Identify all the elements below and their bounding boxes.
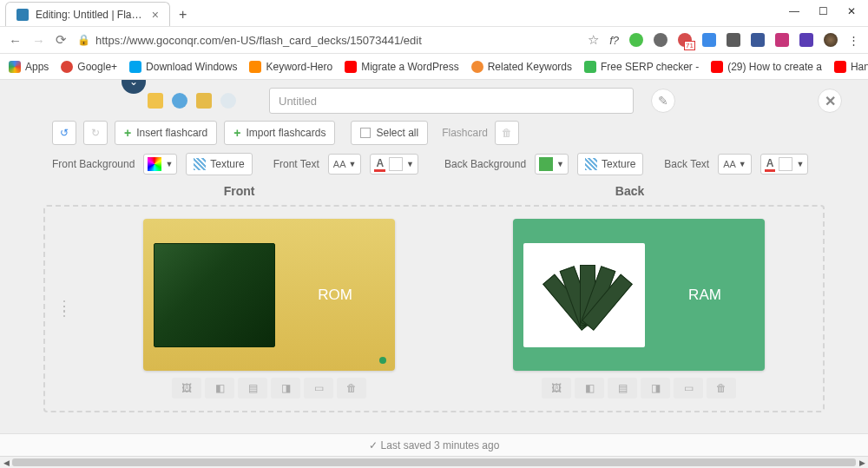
tab-favicon [16,9,29,21]
ext-icon[interactable] [775,33,789,47]
url-text: https://www.goconqr.com/en-US/flash_card… [95,34,422,47]
front-text-label: Front Text [273,158,319,170]
browser-menu-icon[interactable]: ⋮ [848,34,859,47]
tool-icon[interactable] [172,93,187,109]
flashcard-label: Flashcard [442,127,488,139]
url-field[interactable]: 🔒 https://www.goconqr.com/en-US/flash_ca… [77,34,577,47]
bookmarks-bar: Apps Google+ Download Windows Keyword-He… [0,54,868,80]
image-tool-icon[interactable]: 🖼 [172,378,201,399]
horizontal-scrollbar[interactable]: ◀ ▶ [0,456,868,468]
extension-icons: f? 71 ⋮ [609,33,859,47]
tool-icon[interactable] [196,93,212,109]
layout-full-icon[interactable]: ▭ [674,378,703,399]
redo-button[interactable]: ↻ [83,121,108,145]
nav-forward-icon[interactable]: → [32,33,45,48]
delete-flashcard-button[interactable]: 🗑 [495,121,519,145]
bookmark-apps[interactable]: Apps [9,61,49,73]
ext-icon[interactable] [702,33,716,47]
nav-reload-icon[interactable]: ⟳ [56,32,67,48]
deck-titlebar: Untitled ✎ ✕ [0,83,868,118]
tool-icon[interactable] [148,93,163,109]
undo-button[interactable]: ↺ [52,121,76,145]
bookmark-item[interactable]: Related Keywords [471,61,572,73]
layout-center-icon[interactable]: ▤ [608,378,637,399]
front-font-button[interactable]: AA▼ [328,154,362,175]
front-text-color[interactable]: A▼ [370,154,418,175]
delete-icon[interactable]: 🗑 [337,378,366,399]
front-card-image [154,243,275,347]
ext-icon[interactable] [799,33,813,47]
close-editor-button[interactable]: ✕ [818,89,842,113]
deck-title-input[interactable]: Untitled [269,88,634,114]
window-maximize[interactable]: ☐ [819,5,828,17]
back-bg-label: Back Background [444,158,526,170]
bookmark-item[interactable]: (29) How to create a [711,61,822,73]
flashcard-row[interactable]: ⋮⋮ ROM 🖼 ◧ ▤ ◨ ▭ 🗑 [43,205,825,412]
status-dot-icon [379,357,386,364]
new-tab-button[interactable]: + [179,7,187,26]
layout-center-icon[interactable]: ▤ [238,378,267,399]
profile-avatar[interactable] [824,33,838,47]
ext-icon[interactable] [727,33,740,47]
lock-icon: 🔒 [77,34,90,46]
status-bar: ✓ Last saved 3 minutes ago [0,433,868,456]
scrollbar-thumb[interactable] [12,458,856,466]
plus-icon: + [124,126,131,140]
select-all-button[interactable]: Select all [351,121,428,145]
front-bg-label: Front Background [52,158,135,170]
browser-address-bar: ← → ⟳ 🔒 https://www.goconqr.com/en-US/fl… [0,26,868,54]
ext-icon[interactable] [751,33,765,47]
ext-icon[interactable]: f? [609,34,619,47]
layout-left-icon[interactable]: ◧ [575,378,604,399]
search-icon[interactable] [220,93,236,109]
front-card-tools: 🖼 ◧ ▤ ◨ ▭ 🗑 [172,378,366,399]
layout-right-icon[interactable]: ◨ [271,378,300,399]
ext-icon[interactable] [654,33,667,47]
back-font-button[interactable]: AA▼ [718,154,752,175]
front-card-text: ROM [275,287,395,304]
scroll-left-icon[interactable]: ◀ [0,457,12,468]
ext-icon[interactable]: 71 [678,33,692,47]
window-minimize[interactable]: — [789,5,799,17]
browser-tabstrip: Editing: Untitled | Flashcards × + [0,0,868,26]
toolbar-style: Front Background ▼ Texture Front Text AA… [0,149,868,179]
checkbox-icon [360,128,371,138]
browser-tab[interactable]: Editing: Untitled | Flashcards × [5,2,170,26]
scroll-right-icon[interactable]: ▶ [856,457,868,468]
nav-back-icon[interactable]: ← [9,33,22,48]
back-card-tools: 🖼 ◧ ▤ ◨ ▭ 🗑 [542,378,736,399]
app-content: ⌄ Untitled ✎ ✕ ↺ ↻ +Insert flashcard +Im… [0,80,868,456]
share-button[interactable]: ✎ [651,89,675,113]
bookmark-item[interactable]: Migrate a WordPress [345,61,458,73]
delete-icon[interactable]: 🗑 [707,378,736,399]
plus-icon: + [233,126,240,140]
ext-icon[interactable] [629,33,643,47]
layout-full-icon[interactable]: ▭ [304,378,333,399]
layout-left-icon[interactable]: ◧ [205,378,234,399]
back-texture-button[interactable]: Texture [577,153,643,175]
drag-handle-icon[interactable]: ⋮⋮ [57,304,71,314]
back-card[interactable]: RAM [513,219,765,371]
bookmark-item[interactable]: Keyword-Hero [249,61,332,73]
layout-right-icon[interactable]: ◨ [641,378,670,399]
back-card-text: RAM [645,287,765,304]
toolbar-primary: ↺ ↻ +Insert flashcard +Import flashcards… [0,118,868,148]
bookmark-item[interactable]: Hang Ups (Want You [834,61,868,73]
insert-flashcard-button[interactable]: +Insert flashcard [115,121,217,145]
front-texture-button[interactable]: Texture [186,153,252,175]
check-icon: ✓ [369,439,378,452]
bookmark-item[interactable]: Download Windows [129,61,237,73]
tab-close-icon[interactable]: × [152,8,159,22]
bookmark-item[interactable]: Google+ [61,61,117,73]
bookmark-item[interactable]: Free SERP checker - [584,61,699,73]
image-tool-icon[interactable]: 🖼 [542,378,571,399]
back-bg-color[interactable]: ▼ [535,154,569,175]
back-text-label: Back Text [664,158,709,170]
import-flashcards-button[interactable]: +Import flashcards [224,121,335,145]
front-bg-color[interactable]: ▼ [143,154,177,175]
bookmark-star-icon[interactable]: ☆ [588,32,599,48]
back-text-color[interactable]: A▼ [760,154,809,175]
back-card-column: RAM 🖼 ◧ ▤ ◨ ▭ 🗑 [467,219,811,399]
front-card[interactable]: ROM [143,219,395,371]
window-close[interactable]: ✕ [847,5,856,17]
